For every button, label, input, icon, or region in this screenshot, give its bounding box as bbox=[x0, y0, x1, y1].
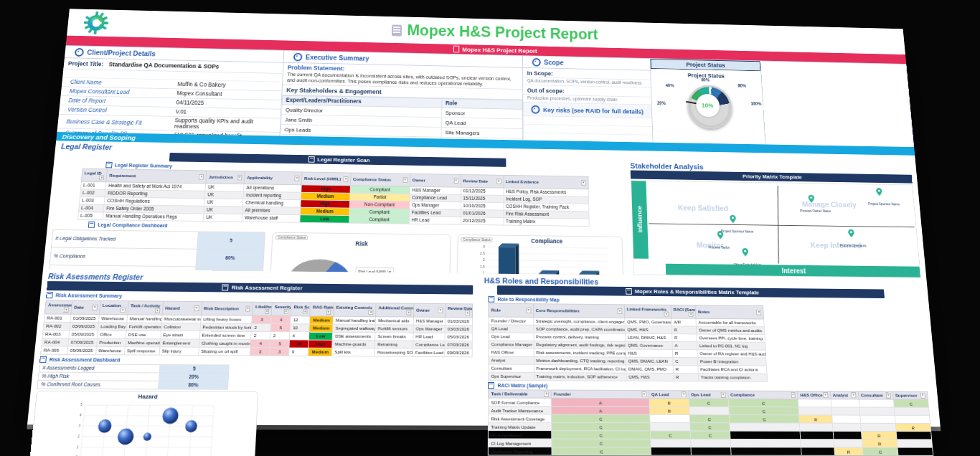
project-status-panel: Project Status Project Status 20% 40% 60… bbox=[651, 59, 766, 144]
column-header[interactable]: Notes▾ bbox=[695, 305, 764, 319]
column-header[interactable]: Assessment ID▾ bbox=[44, 300, 72, 314]
target-icon bbox=[531, 105, 540, 114]
window-icon bbox=[489, 296, 495, 303]
table-row: # Legal Obligations Tracked5 bbox=[52, 229, 265, 250]
pin-label: Process Operators bbox=[840, 244, 867, 248]
dashboard-icon bbox=[39, 356, 47, 362]
compliance-bar-card: Compliance Status Compliance00.511.522.5… bbox=[457, 234, 624, 275]
gauge-tick: 80% bbox=[738, 83, 746, 87]
column-header[interactable]: Jurisdiction▾ bbox=[206, 171, 245, 184]
legal-register-section: Legal Register Scan Legal Register Summa… bbox=[49, 151, 624, 275]
map-pin-icon bbox=[809, 195, 815, 203]
table-row: % Confirmed Root Causes80% bbox=[37, 380, 228, 389]
pin-layer: Project Sponsor Name Process Owner Name … bbox=[647, 181, 919, 267]
dashboard-icon bbox=[88, 221, 95, 227]
gauge-tick: 20% bbox=[657, 100, 666, 105]
map-pin-icon bbox=[730, 215, 736, 223]
column-header[interactable]: Risk Score▾ bbox=[291, 303, 310, 316]
column-header[interactable]: Compliance Status▾ bbox=[350, 173, 410, 186]
column-header[interactable]: Owner▾ bbox=[410, 174, 461, 186]
column-header[interactable]: Linked Evidence▾ bbox=[504, 175, 588, 189]
column-header[interactable]: Review Date▾ bbox=[445, 304, 472, 318]
svg-text:1: 1 bbox=[77, 445, 80, 448]
pin-label: Project Sponsor Name bbox=[868, 202, 900, 206]
column-header[interactable]: Founder▾ bbox=[551, 390, 649, 399]
column-header[interactable]: Legal ID▾ bbox=[81, 168, 107, 181]
table-row: Dashboard ReportingCRC bbox=[489, 447, 933, 455]
report-sheet: Mopex H&S Project Report Mopex H&S Proje… bbox=[27, 9, 941, 427]
roles-section: H&S Roles and Responsibilities Mopex Rol… bbox=[472, 275, 941, 456]
column-header[interactable]: Requirement▾ bbox=[106, 169, 207, 184]
svg-text:2: 2 bbox=[77, 434, 80, 437]
column-header[interactable]: Location▾ bbox=[99, 300, 128, 314]
target-icon bbox=[75, 48, 85, 57]
gauge-tick: 100% bbox=[750, 101, 761, 106]
column-header[interactable]: Additional Controls▾ bbox=[376, 303, 414, 317]
summary-grid: Client/Project Details Project Title: St… bbox=[57, 45, 914, 147]
window-icon bbox=[105, 162, 113, 168]
svg-text:5: 5 bbox=[80, 403, 83, 407]
document-icon bbox=[392, 24, 402, 36]
risk-register-table: Assessment ID▾Date▾Location▾Task / Activ… bbox=[40, 300, 473, 357]
svg-text:1.5: 1.5 bbox=[480, 264, 485, 268]
column-header[interactable]: Linked Frameworks▾ bbox=[624, 305, 672, 318]
svg-text:Compliance: Compliance bbox=[531, 238, 562, 244]
column-header[interactable]: Likelihood (1-5)▾ bbox=[253, 302, 273, 315]
column-header[interactable]: QA Lead▾ bbox=[649, 390, 689, 399]
column-header[interactable]: Task / Deliverable▾ bbox=[489, 389, 551, 398]
filter-chip[interactable]: Compliance Status bbox=[461, 237, 492, 242]
gauge-tick: 40% bbox=[666, 83, 674, 87]
role-map-table: Role▾Core Responsibilities▾Linked Framew… bbox=[489, 303, 768, 382]
column-header[interactable]: Severity (1-5)▾ bbox=[272, 302, 292, 315]
column-header[interactable]: H&S Office▾ bbox=[798, 391, 831, 399]
pin-label: Process Owner Name bbox=[800, 209, 831, 213]
gauge-tick: 60% bbox=[701, 77, 710, 82]
stakeholder-pin[interactable]: Process Owner Name bbox=[799, 195, 840, 216]
legal-kpi-table: # Legal Obligations Tracked5% Compliance… bbox=[49, 229, 265, 275]
column-header[interactable]: Date▾ bbox=[71, 300, 100, 314]
column-header[interactable]: Consultant▾ bbox=[858, 391, 893, 399]
stakeholder-pin[interactable]: Project Sponsor Name bbox=[867, 188, 908, 208]
column-header[interactable]: Role▾ bbox=[489, 303, 533, 317]
svg-text:2.5: 2.5 bbox=[480, 251, 485, 255]
column-header[interactable]: RAG Rating▾ bbox=[310, 303, 334, 316]
pin-label: Process Taylor bbox=[709, 246, 730, 250]
column-header[interactable]: Applicability▾ bbox=[244, 171, 302, 185]
column-header[interactable]: Review Date▾ bbox=[461, 174, 504, 187]
window-icon bbox=[46, 292, 53, 298]
window-icon bbox=[489, 381, 495, 388]
table-row: % Compliance60% bbox=[50, 247, 264, 267]
column-header[interactable]: Ops Lead▾ bbox=[689, 390, 729, 399]
risk-register-section: Risk Asessments Register Risk Assessment… bbox=[27, 270, 473, 456]
column-header[interactable]: Risk Level (H/M/L)▾ bbox=[301, 172, 351, 185]
stakeholder-pin[interactable]: Process Operators bbox=[839, 229, 880, 250]
stakeholders-table: Expert/Leaders/PractitionersRoleQuality … bbox=[280, 95, 522, 141]
column-header[interactable]: Task / Activity▾ bbox=[128, 301, 164, 315]
map-pin-icon bbox=[848, 229, 854, 237]
column-header[interactable]: Analyst▾ bbox=[830, 391, 859, 399]
svg-text:4: 4 bbox=[80, 413, 83, 417]
map-pin-icon bbox=[717, 231, 724, 239]
legal-register-table: Legal ID▾Requirement▾Jurisdiction▾Applic… bbox=[77, 168, 590, 227]
column-header[interactable]: Existing Controls▾ bbox=[334, 303, 377, 316]
svg-text:1: 1 bbox=[483, 270, 485, 275]
map-pin-icon bbox=[876, 188, 882, 196]
raci-matrix-table: Task / Deliverable▾Founder▾QA Lead▾Ops L… bbox=[488, 389, 933, 456]
filter-chip[interactable]: Compliance Status bbox=[275, 234, 308, 239]
column-header[interactable]: Risk Description▾ bbox=[201, 302, 253, 315]
desktop-background: Mopex H&S Project Report Mopex H&S Proje… bbox=[0, 0, 980, 456]
table-row: CI Log ManagementCR bbox=[489, 439, 932, 447]
page-icon bbox=[453, 46, 459, 53]
column-header[interactable]: Hazard▾ bbox=[162, 301, 202, 315]
hazard-bubble-chart: 0123450123456 bbox=[29, 399, 258, 456]
column-header[interactable]: Core Responsibilities▾ bbox=[533, 304, 624, 318]
column-header[interactable]: Compliance▾ bbox=[728, 391, 798, 399]
interest-axis: Interest bbox=[666, 264, 920, 277]
gear-icon bbox=[626, 288, 632, 295]
column-header[interactable]: Supervisor▾ bbox=[892, 391, 928, 400]
column-header[interactable]: RACI (Sample)▾ bbox=[671, 305, 696, 318]
influence-axis: Influence bbox=[631, 181, 649, 258]
map-pin-icon bbox=[743, 248, 749, 256]
column-header[interactable]: Owner▾ bbox=[414, 303, 446, 317]
blank-column bbox=[760, 61, 914, 147]
